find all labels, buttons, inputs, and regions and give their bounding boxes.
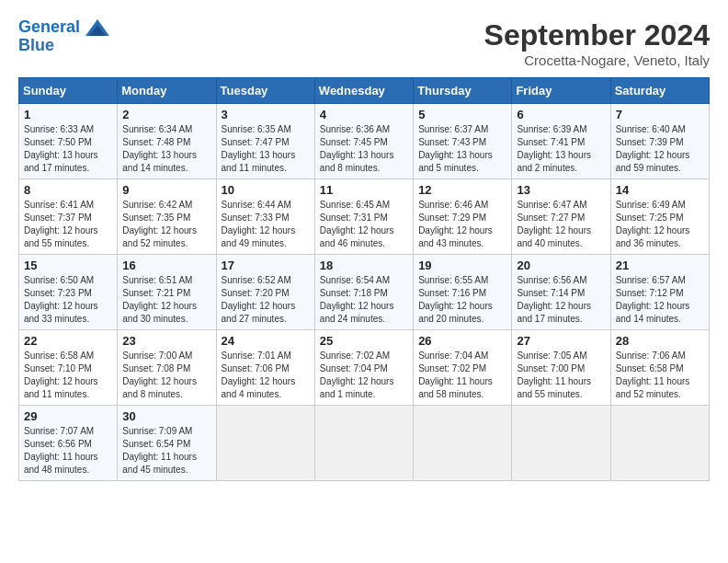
- calendar-cell: 28Sunrise: 7:06 AMSunset: 6:58 PMDayligh…: [610, 330, 709, 406]
- calendar-cell: [414, 406, 512, 481]
- day-number: 15: [24, 259, 112, 272]
- day-number: 5: [418, 108, 506, 121]
- day-number: 10: [222, 183, 310, 197]
- day-number: 6: [517, 108, 605, 121]
- day-info: Sunrise: 6:41 AMSunset: 7:37 PMDaylight:…: [24, 199, 112, 250]
- day-number: 7: [616, 108, 704, 121]
- day-info: Sunrise: 6:40 AMSunset: 7:39 PMDaylight:…: [616, 123, 704, 175]
- calendar-cell: 9Sunrise: 6:42 AMSunset: 7:35 PMDaylight…: [118, 179, 216, 255]
- calendar-cell: 25Sunrise: 7:02 AMSunset: 7:04 PMDayligh…: [314, 330, 413, 406]
- day-info: Sunrise: 6:33 AMSunset: 7:50 PMDaylight:…: [24, 123, 112, 175]
- weekday-header: Saturday: [610, 78, 709, 104]
- calendar-cell: 10Sunrise: 6:44 AMSunset: 7:33 PMDayligh…: [216, 179, 314, 255]
- day-number: 25: [320, 334, 408, 348]
- day-info: Sunrise: 6:57 AMSunset: 7:12 PMDaylight:…: [616, 274, 704, 326]
- day-number: 9: [122, 183, 210, 197]
- day-number: 20: [517, 259, 605, 272]
- day-info: Sunrise: 7:09 AMSunset: 6:54 PMDaylight:…: [122, 425, 210, 477]
- day-info: Sunrise: 7:07 AMSunset: 6:56 PMDaylight:…: [24, 425, 112, 477]
- day-info: Sunrise: 6:49 AMSunset: 7:25 PMDaylight:…: [616, 199, 704, 250]
- day-number: 21: [616, 259, 704, 272]
- day-info: Sunrise: 6:56 AMSunset: 7:14 PMDaylight:…: [517, 274, 605, 326]
- logo-text: General: [18, 18, 110, 37]
- weekday-header: Tuesday: [216, 78, 314, 104]
- day-info: Sunrise: 6:34 AMSunset: 7:48 PMDaylight:…: [122, 123, 210, 175]
- day-number: 8: [24, 183, 112, 197]
- weekday-header: Monday: [118, 78, 216, 104]
- calendar-cell: 26Sunrise: 7:04 AMSunset: 7:02 PMDayligh…: [414, 330, 512, 406]
- calendar-cell: 30Sunrise: 7:09 AMSunset: 6:54 PMDayligh…: [118, 406, 216, 481]
- day-number: 17: [222, 259, 310, 272]
- day-info: Sunrise: 6:50 AMSunset: 7:23 PMDaylight:…: [24, 274, 112, 326]
- calendar-cell: 22Sunrise: 6:58 AMSunset: 7:10 PMDayligh…: [19, 330, 118, 406]
- day-number: 19: [418, 259, 506, 272]
- day-number: 30: [122, 409, 210, 423]
- weekday-header: Friday: [512, 78, 610, 104]
- calendar-cell: 20Sunrise: 6:56 AMSunset: 7:14 PMDayligh…: [512, 255, 610, 330]
- day-info: Sunrise: 7:06 AMSunset: 6:58 PMDaylight:…: [616, 350, 704, 401]
- calendar-cell: 5Sunrise: 6:37 AMSunset: 7:43 PMDaylight…: [414, 104, 512, 179]
- day-info: Sunrise: 6:47 AMSunset: 7:27 PMDaylight:…: [517, 199, 605, 250]
- month-title: September 2024: [484, 18, 710, 52]
- day-info: Sunrise: 6:37 AMSunset: 7:43 PMDaylight:…: [418, 123, 506, 175]
- day-number: 14: [616, 183, 704, 197]
- calendar-cell: 19Sunrise: 6:55 AMSunset: 7:16 PMDayligh…: [414, 255, 512, 330]
- calendar-cell: 17Sunrise: 6:52 AMSunset: 7:20 PMDayligh…: [216, 255, 314, 330]
- calendar-cell: 24Sunrise: 7:01 AMSunset: 7:06 PMDayligh…: [216, 330, 314, 406]
- day-number: 27: [517, 334, 605, 348]
- weekday-header: Thursday: [414, 78, 512, 104]
- logo: General Blue: [18, 18, 110, 55]
- calendar-cell: [610, 406, 709, 481]
- day-number: 18: [320, 259, 408, 272]
- calendar-cell: 18Sunrise: 6:54 AMSunset: 7:18 PMDayligh…: [314, 255, 413, 330]
- day-number: 11: [320, 183, 408, 197]
- day-info: Sunrise: 6:55 AMSunset: 7:16 PMDaylight:…: [418, 274, 506, 326]
- day-info: Sunrise: 6:39 AMSunset: 7:41 PMDaylight:…: [517, 123, 605, 175]
- calendar-cell: [216, 406, 314, 481]
- day-number: 12: [418, 183, 506, 197]
- calendar-cell: 15Sunrise: 6:50 AMSunset: 7:23 PMDayligh…: [19, 255, 118, 330]
- calendar-cell: 2Sunrise: 6:34 AMSunset: 7:48 PMDaylight…: [118, 104, 216, 179]
- calendar-cell: 6Sunrise: 6:39 AMSunset: 7:41 PMDaylight…: [512, 104, 610, 179]
- day-info: Sunrise: 6:36 AMSunset: 7:45 PMDaylight:…: [320, 123, 408, 175]
- day-info: Sunrise: 6:35 AMSunset: 7:47 PMDaylight:…: [222, 123, 310, 175]
- calendar-cell: 4Sunrise: 6:36 AMSunset: 7:45 PMDaylight…: [314, 104, 413, 179]
- day-info: Sunrise: 7:02 AMSunset: 7:04 PMDaylight:…: [320, 350, 408, 401]
- calendar-cell: 13Sunrise: 6:47 AMSunset: 7:27 PMDayligh…: [512, 179, 610, 255]
- calendar-cell: [512, 406, 610, 481]
- day-number: 29: [24, 409, 112, 423]
- weekday-header: Sunday: [19, 78, 118, 104]
- calendar-cell: 8Sunrise: 6:41 AMSunset: 7:37 PMDaylight…: [19, 179, 118, 255]
- day-number: 23: [122, 334, 210, 348]
- calendar-cell: 14Sunrise: 6:49 AMSunset: 7:25 PMDayligh…: [610, 179, 709, 255]
- day-info: Sunrise: 6:46 AMSunset: 7:29 PMDaylight:…: [418, 199, 506, 250]
- logo-subtext: Blue: [18, 37, 110, 55]
- day-info: Sunrise: 6:52 AMSunset: 7:20 PMDaylight:…: [222, 274, 310, 326]
- calendar-cell: 12Sunrise: 6:46 AMSunset: 7:29 PMDayligh…: [414, 179, 512, 255]
- header: General Blue September 2024 Crocetta-Nog…: [18, 18, 710, 68]
- day-info: Sunrise: 7:04 AMSunset: 7:02 PMDaylight:…: [418, 350, 506, 401]
- day-number: 13: [517, 183, 605, 197]
- day-info: Sunrise: 7:05 AMSunset: 7:00 PMDaylight:…: [517, 350, 605, 401]
- day-number: 28: [616, 334, 704, 348]
- day-number: 16: [122, 259, 210, 272]
- calendar-cell: 21Sunrise: 6:57 AMSunset: 7:12 PMDayligh…: [610, 255, 709, 330]
- day-number: 3: [222, 108, 310, 121]
- day-info: Sunrise: 7:01 AMSunset: 7:06 PMDaylight:…: [222, 350, 310, 401]
- day-info: Sunrise: 6:45 AMSunset: 7:31 PMDaylight:…: [320, 199, 408, 250]
- day-number: 2: [122, 108, 210, 121]
- calendar-table: SundayMondayTuesdayWednesdayThursdayFrid…: [18, 77, 710, 481]
- calendar-cell: 29Sunrise: 7:07 AMSunset: 6:56 PMDayligh…: [19, 406, 118, 481]
- calendar-cell: 1Sunrise: 6:33 AMSunset: 7:50 PMDaylight…: [19, 104, 118, 179]
- day-number: 4: [320, 108, 408, 121]
- day-info: Sunrise: 6:58 AMSunset: 7:10 PMDaylight:…: [24, 350, 112, 401]
- calendar-cell: 11Sunrise: 6:45 AMSunset: 7:31 PMDayligh…: [314, 179, 413, 255]
- calendar-cell: 7Sunrise: 6:40 AMSunset: 7:39 PMDaylight…: [610, 104, 709, 179]
- day-number: 24: [222, 334, 310, 348]
- day-info: Sunrise: 6:54 AMSunset: 7:18 PMDaylight:…: [320, 274, 408, 326]
- title-section: September 2024 Crocetta-Nogare, Veneto, …: [484, 18, 710, 68]
- day-number: 26: [418, 334, 506, 348]
- day-info: Sunrise: 7:00 AMSunset: 7:08 PMDaylight:…: [122, 350, 210, 401]
- calendar-cell: 3Sunrise: 6:35 AMSunset: 7:47 PMDaylight…: [216, 104, 314, 179]
- calendar-cell: 16Sunrise: 6:51 AMSunset: 7:21 PMDayligh…: [118, 255, 216, 330]
